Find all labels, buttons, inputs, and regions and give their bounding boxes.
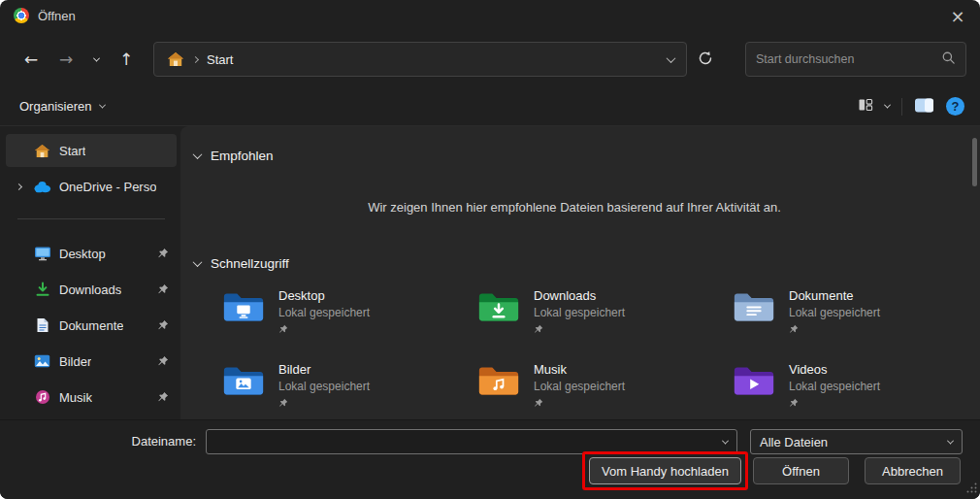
sidebar-item-dokumente[interactable]: Dokumente <box>6 309 177 342</box>
document-icon <box>33 317 51 334</box>
tile-status: Lokal gespeichert <box>534 380 625 393</box>
pin-icon <box>157 283 169 295</box>
preview-pane-icon <box>914 97 934 116</box>
tile-status: Lokal gespeichert <box>278 306 370 319</box>
pin-icon <box>157 391 169 403</box>
section-title: Schnellzugriff <box>211 256 289 271</box>
sidebar-item-downloads[interactable]: Downloads <box>6 273 177 306</box>
back-button[interactable]: ← <box>14 43 49 76</box>
close-button[interactable]: × <box>935 0 980 31</box>
chevron-down-icon <box>92 54 99 61</box>
chevron-down-icon <box>99 102 106 109</box>
search-input[interactable] <box>756 52 935 66</box>
file-type-value: Alle Dateien <box>760 435 948 449</box>
documents-folder-icon <box>732 288 776 325</box>
organize-label: Organisieren <box>19 99 91 114</box>
pin-icon <box>534 324 543 334</box>
scrollbar[interactable] <box>971 130 977 416</box>
refresh-icon <box>698 50 713 69</box>
picture-icon <box>33 353 51 370</box>
sidebar-item-label: Desktop <box>59 247 106 261</box>
filename-combobox[interactable] <box>206 429 737 454</box>
sidebar-item-onedrive[interactable]: OneDrive - Perso <box>6 170 177 203</box>
section-empfohlen[interactable]: Empfohlen <box>194 146 955 165</box>
sidebar-item-bilder[interactable]: Bilder <box>6 345 177 378</box>
tile-status: Lokal gespeichert <box>789 306 880 319</box>
quick-access-tile-musik[interactable]: Musik Lokal gespeichert <box>476 362 732 419</box>
browser-app-icon <box>14 8 29 23</box>
pin-icon <box>278 324 288 334</box>
pin-icon <box>157 248 169 259</box>
pin-icon <box>789 324 799 334</box>
view-dropdown-button[interactable] <box>885 104 890 109</box>
breadcrumb-start[interactable]: Start <box>207 52 233 67</box>
up-arrow-icon: ↑ <box>119 50 133 69</box>
quick-access-tile-videos[interactable]: Videos Lokal gespeichert <box>732 362 980 419</box>
address-bar[interactable]: Start <box>153 42 687 77</box>
layout-grid-icon <box>858 97 873 116</box>
cancel-button[interactable]: Abbrechen <box>865 457 961 484</box>
tile-name: Musik <box>534 362 625 377</box>
tile-name: Downloads <box>534 288 625 303</box>
desktop-folder-icon <box>221 288 266 325</box>
section-schnellzugriff[interactable]: Schnellzugriff <box>194 253 955 273</box>
open-button[interactable]: Öffnen <box>753 457 849 484</box>
main-content: Empfohlen Wir zeigen Ihnen hier empfohle… <box>180 126 980 419</box>
view-layout-button[interactable] <box>858 97 873 116</box>
download-arrow-icon <box>33 282 51 298</box>
quick-access-tile-desktop[interactable]: Desktop Lokal gespeichert <box>221 288 476 349</box>
filename-input[interactable] <box>215 435 723 449</box>
desktop-monitor-icon <box>33 246 51 262</box>
sidebar-item-label: Downloads <box>59 283 121 297</box>
chevron-right-icon[interactable] <box>12 184 25 189</box>
preview-pane-toggle-button[interactable] <box>914 97 934 116</box>
dialog-footer: Dateiname: Alle Dateien Vom Handy hochla… <box>0 419 980 499</box>
breadcrumb-chevron-icon <box>192 55 199 62</box>
recommended-empty-text: Wir zeigen Ihnen hier empfohlene Dateien… <box>194 200 955 215</box>
chevron-down-icon <box>193 257 203 267</box>
refresh-button[interactable] <box>687 43 724 76</box>
upload-from-phone-button[interactable]: Vom Handy hochladen <box>589 457 741 484</box>
command-toolbar: Organisieren ? <box>0 87 980 126</box>
home-icon <box>166 51 184 68</box>
up-button[interactable]: ↑ <box>109 43 144 76</box>
navigation-bar: ← → ↑ Start <box>0 31 980 87</box>
dialog-body: Start OneDrive - Perso Desktop <box>0 126 980 419</box>
chevron-down-icon[interactable] <box>947 437 954 444</box>
forward-button[interactable]: → <box>49 43 83 76</box>
chevron-down-icon <box>193 150 203 159</box>
quick-access-tile-dokumente[interactable]: Dokumente Lokal gespeichert <box>732 288 980 349</box>
downloads-folder-icon <box>476 288 521 325</box>
home-icon <box>33 143 51 159</box>
section-title: Empfohlen <box>211 149 274 163</box>
organize-button[interactable]: Organisieren <box>19 99 105 114</box>
address-dropdown-chevron-icon[interactable] <box>667 53 676 63</box>
tile-name: Bilder <box>278 362 370 377</box>
pin-icon <box>157 355 169 367</box>
help-button[interactable]: ? <box>946 97 964 116</box>
sidebar-item-desktop[interactable]: Desktop <box>6 237 177 270</box>
help-icon: ? <box>952 99 960 114</box>
search-icon <box>941 50 956 68</box>
sidebar-item-label: Dokumente <box>59 318 123 333</box>
history-dropdown-button[interactable] <box>83 43 109 76</box>
quick-access-tile-downloads[interactable]: Downloads Lokal gespeichert <box>476 288 732 349</box>
resize-grip[interactable] <box>966 482 977 496</box>
scrollbar-thumb[interactable] <box>972 138 977 186</box>
navigation-sidebar: Start OneDrive - Perso Desktop <box>0 126 180 419</box>
tile-status: Lokal gespeichert <box>278 380 370 393</box>
pin-icon <box>157 319 169 331</box>
sidebar-item-start[interactable]: Start <box>6 134 177 167</box>
chevron-down-icon[interactable] <box>722 437 729 444</box>
tile-name: Videos <box>789 362 880 377</box>
chevron-down-icon <box>884 102 891 109</box>
search-box <box>745 42 966 77</box>
music-note-icon <box>33 389 51 406</box>
quick-access-tile-bilder[interactable]: Bilder Lokal gespeichert <box>221 362 476 419</box>
file-type-select[interactable]: Alle Dateien <box>750 429 963 454</box>
pictures-folder-icon <box>221 362 266 399</box>
filename-label: Dateiname: <box>0 429 196 454</box>
sidebar-item-musik[interactable]: Musik <box>6 381 177 414</box>
onedrive-cloud-icon <box>33 179 51 195</box>
pin-icon <box>534 398 543 408</box>
